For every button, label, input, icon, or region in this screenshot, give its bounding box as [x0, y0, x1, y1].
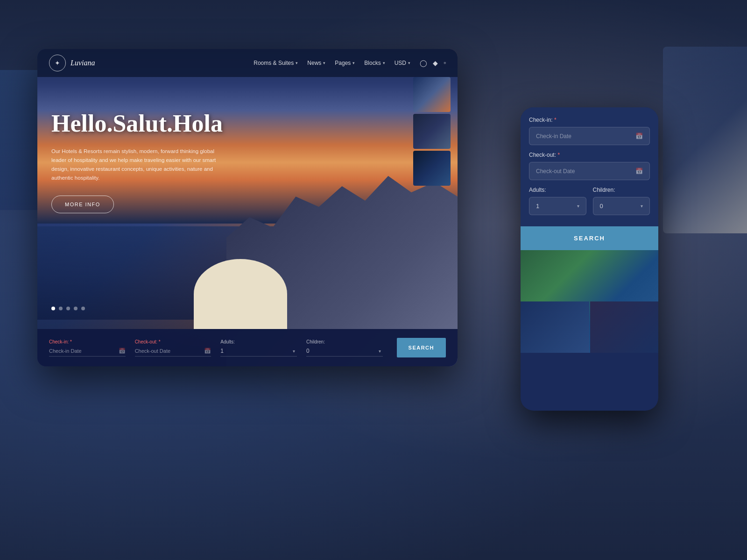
adults-select[interactable]: 1 2 3 4 — [220, 346, 297, 357]
chevron-down-icon: ▾ — [296, 61, 298, 65]
mobile-adults-select[interactable]: 1 ▾ — [529, 197, 586, 215]
nav-news-label: News — [307, 60, 321, 66]
mobile-checkin-required: * — [554, 117, 557, 123]
slide-dot-4[interactable] — [74, 307, 78, 310]
checkin-required: * — [70, 339, 72, 344]
logo-name: Luviana — [70, 59, 95, 67]
nav-news[interactable]: News ▾ — [307, 60, 325, 66]
nav-icons: ◯ ◆ ▫ — [420, 59, 446, 67]
nav-rooms-suites[interactable]: Rooms & Suites ▾ — [254, 60, 298, 66]
checkout-field: Check-out: * Check-out Date 📅 — [135, 339, 211, 357]
mobile-guests-row: Adults: 1 ▾ Children: 0 ▾ — [529, 187, 650, 215]
nav-blocks-label: Blocks — [364, 60, 381, 66]
laptop-mockup: ✦ Luviana Rooms & Suites ▾ News ▾ Pages … — [37, 49, 458, 366]
mobile-checkout-input[interactable]: Check-out Date 📅 — [529, 162, 650, 180]
children-field: Children: 0 1 2 3 — [306, 339, 383, 357]
checkin-input[interactable]: Check-in Date 📅 — [49, 346, 126, 357]
thumbnail-3[interactable] — [413, 151, 451, 186]
mobile-gallery-section — [521, 250, 658, 353]
slide-dot-2[interactable] — [59, 307, 63, 310]
mobile-children-field: Children: 0 ▾ — [593, 187, 650, 215]
mobile-children-label: Children: — [593, 187, 650, 193]
mobile-booking-form: Check-in: * Check-in Date 📅 Check-out: *… — [521, 107, 658, 226]
bg-right-decoration — [663, 47, 747, 233]
mobile-calendar-icon: 📅 — [635, 133, 643, 140]
chevron-down-icon: ▾ — [352, 61, 355, 65]
checkin-field: Check-in: * Check-in Date 📅 — [49, 339, 126, 357]
mobile-checkin-label: Check-in: * — [529, 117, 650, 123]
mobile-gallery-thumb-2 — [590, 301, 659, 353]
thumbnail-2[interactable] — [413, 114, 451, 149]
checkin-label: Check-in: * — [49, 339, 126, 344]
hero-dome — [184, 236, 301, 329]
mobile-gallery-thumb-1 — [521, 301, 589, 353]
hero-subtitle: Our Hotels & Resorts remain stylish, mod… — [51, 147, 219, 182]
slide-dot-3[interactable] — [66, 307, 70, 310]
thumbnail-1[interactable] — [413, 77, 451, 112]
adults-field: Adults: 1 2 3 4 — [220, 339, 297, 357]
nav-links: Rooms & Suites ▾ News ▾ Pages ▾ Blocks ▾… — [254, 60, 410, 66]
chevron-down-icon: ▾ — [641, 203, 643, 209]
mobile-checkout-required: * — [557, 152, 560, 158]
calendar-icon: 📅 — [204, 348, 211, 354]
slide-dot-5[interactable] — [81, 307, 85, 310]
nav-currency-label: USD — [395, 60, 406, 66]
chevron-down-icon: ▾ — [577, 203, 579, 209]
nav-currency[interactable]: USD ▾ — [395, 60, 410, 66]
children-label: Children: — [306, 339, 383, 344]
checkout-input[interactable]: Check-out Date 📅 — [135, 346, 211, 357]
children-select-wrapper: 0 1 2 3 — [306, 346, 383, 357]
more-info-button[interactable]: MORE INFO — [51, 196, 114, 213]
tripadvisor-icon[interactable]: ◆ — [433, 59, 438, 67]
logo-icon: ✦ — [49, 55, 66, 71]
mobile-adults-field: Adults: 1 ▾ — [529, 187, 586, 215]
mobile-checkout-label: Check-out: * — [529, 152, 650, 158]
mobile-checkin-input[interactable]: Check-in Date 📅 — [529, 127, 650, 145]
children-select[interactable]: 0 1 2 3 — [306, 346, 383, 357]
chevron-down-icon: ▾ — [408, 61, 410, 65]
chevron-down-icon: ▾ — [383, 61, 385, 65]
adults-label: Adults: — [220, 339, 297, 344]
slide-dots — [51, 307, 85, 310]
search-button[interactable]: SEARCH — [397, 338, 446, 357]
foursquare-icon[interactable]: ▫ — [444, 59, 446, 67]
booking-bar: Check-in: * Check-in Date 📅 Check-out: *… — [37, 329, 458, 366]
nav-pages-label: Pages — [335, 60, 351, 66]
checkout-required: * — [159, 339, 161, 344]
mobile-mockup: Check-in: * Check-in Date 📅 Check-out: *… — [521, 107, 658, 411]
nav-rooms-suites-label: Rooms & Suites — [254, 60, 294, 66]
hero-content: Hello.Salut.Hola Our Hotels & Resorts re… — [51, 110, 247, 213]
adults-select-wrapper: 1 2 3 4 — [220, 346, 297, 357]
instagram-icon[interactable]: ◯ — [420, 59, 427, 67]
mobile-calendar-icon: 📅 — [635, 168, 643, 175]
nav-pages[interactable]: Pages ▾ — [335, 60, 355, 66]
checkout-label: Check-out: * — [135, 339, 211, 344]
slide-dot-1[interactable] — [51, 307, 55, 310]
hero-title: Hello.Salut.Hola — [51, 110, 247, 138]
chevron-down-icon: ▾ — [323, 61, 325, 65]
mobile-adults-label: Adults: — [529, 187, 586, 193]
thumbnail-strip — [413, 77, 455, 186]
calendar-icon: 📅 — [119, 348, 126, 354]
mobile-search-button[interactable]: SEARCH — [521, 226, 658, 250]
mobile-children-select[interactable]: 0 ▾ — [593, 197, 650, 215]
logo-area: ✦ Luviana — [49, 55, 95, 71]
nav-blocks[interactable]: Blocks ▾ — [364, 60, 385, 66]
navbar: ✦ Luviana Rooms & Suites ▾ News ▾ Pages … — [37, 49, 458, 77]
